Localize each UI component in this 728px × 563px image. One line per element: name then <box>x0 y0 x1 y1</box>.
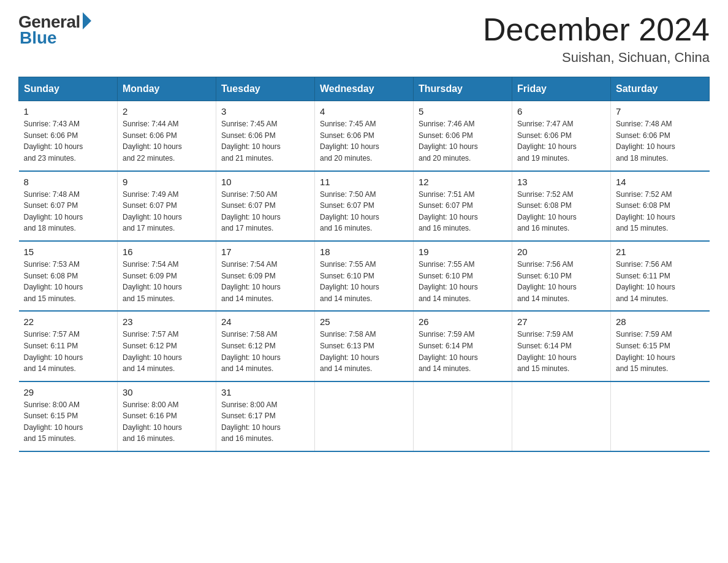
day-info: Sunrise: 8:00 AM Sunset: 6:15 PM Dayligh… <box>24 399 113 445</box>
calendar-cell: 5 Sunrise: 7:46 AM Sunset: 6:06 PM Dayli… <box>414 101 512 171</box>
col-sunday: Sunday <box>19 77 118 101</box>
day-info: Sunrise: 7:56 AM Sunset: 6:11 PM Dayligh… <box>616 259 705 304</box>
calendar-cell: 8 Sunrise: 7:48 AM Sunset: 6:07 PM Dayli… <box>19 171 118 241</box>
calendar-cell: 1 Sunrise: 7:43 AM Sunset: 6:06 PM Dayli… <box>19 101 118 171</box>
day-number: 6 <box>517 106 605 117</box>
day-info: Sunrise: 7:59 AM Sunset: 6:15 PM Dayligh… <box>616 329 705 374</box>
calendar-cell: 25 Sunrise: 7:58 AM Sunset: 6:13 PM Dayl… <box>315 311 414 381</box>
col-monday: Monday <box>118 77 216 101</box>
calendar-cell <box>315 381 414 451</box>
day-info: Sunrise: 7:45 AM Sunset: 6:06 PM Dayligh… <box>221 118 309 164</box>
day-info: Sunrise: 7:54 AM Sunset: 6:09 PM Dayligh… <box>221 259 309 304</box>
calendar-cell: 15 Sunrise: 7:53 AM Sunset: 6:08 PM Dayl… <box>19 241 118 311</box>
day-number: 14 <box>616 177 705 187</box>
logo-blue-text: Blue <box>20 28 57 48</box>
day-number: 3 <box>221 106 309 117</box>
day-info: Sunrise: 7:53 AM Sunset: 6:08 PM Dayligh… <box>24 259 113 304</box>
calendar-cell: 16 Sunrise: 7:54 AM Sunset: 6:09 PM Dayl… <box>118 241 216 311</box>
calendar-cell: 12 Sunrise: 7:51 AM Sunset: 6:07 PM Dayl… <box>414 171 512 241</box>
calendar-cell: 9 Sunrise: 7:49 AM Sunset: 6:07 PM Dayli… <box>118 171 216 241</box>
month-title: December 2024 <box>483 12 710 47</box>
day-info: Sunrise: 7:50 AM Sunset: 6:07 PM Dayligh… <box>320 189 408 234</box>
day-info: Sunrise: 7:45 AM Sunset: 6:06 PM Dayligh… <box>320 118 408 164</box>
col-tuesday: Tuesday <box>216 77 315 101</box>
day-info: Sunrise: 7:56 AM Sunset: 6:10 PM Dayligh… <box>517 259 605 304</box>
day-info: Sunrise: 7:57 AM Sunset: 6:11 PM Dayligh… <box>24 329 113 374</box>
day-info: Sunrise: 7:43 AM Sunset: 6:06 PM Dayligh… <box>24 118 113 164</box>
day-info: Sunrise: 7:54 AM Sunset: 6:09 PM Dayligh… <box>123 259 211 304</box>
day-number: 18 <box>320 247 408 257</box>
calendar-cell: 13 Sunrise: 7:52 AM Sunset: 6:08 PM Dayl… <box>512 171 611 241</box>
day-info: Sunrise: 7:55 AM Sunset: 6:10 PM Dayligh… <box>320 259 408 304</box>
day-number: 15 <box>24 247 113 257</box>
col-wednesday: Wednesday <box>315 77 414 101</box>
day-info: Sunrise: 8:00 AM Sunset: 6:16 PM Dayligh… <box>123 399 211 445</box>
day-info: Sunrise: 7:50 AM Sunset: 6:07 PM Dayligh… <box>221 189 309 234</box>
calendar-week-row: 15 Sunrise: 7:53 AM Sunset: 6:08 PM Dayl… <box>19 241 710 311</box>
day-info: Sunrise: 7:49 AM Sunset: 6:07 PM Dayligh… <box>123 189 211 234</box>
day-info: Sunrise: 7:58 AM Sunset: 6:12 PM Dayligh… <box>221 329 309 374</box>
col-friday: Friday <box>512 77 611 101</box>
day-number: 29 <box>24 387 113 397</box>
calendar-cell: 11 Sunrise: 7:50 AM Sunset: 6:07 PM Dayl… <box>315 171 414 241</box>
calendar-cell: 14 Sunrise: 7:52 AM Sunset: 6:08 PM Dayl… <box>611 171 710 241</box>
calendar-week-row: 1 Sunrise: 7:43 AM Sunset: 6:06 PM Dayli… <box>19 101 710 171</box>
calendar-cell: 3 Sunrise: 7:45 AM Sunset: 6:06 PM Dayli… <box>216 101 315 171</box>
calendar-cell: 17 Sunrise: 7:54 AM Sunset: 6:09 PM Dayl… <box>216 241 315 311</box>
day-number: 26 <box>419 316 507 327</box>
calendar-cell: 24 Sunrise: 7:58 AM Sunset: 6:12 PM Dayl… <box>216 311 315 381</box>
day-info: Sunrise: 7:48 AM Sunset: 6:07 PM Dayligh… <box>24 189 113 234</box>
calendar-cell: 28 Sunrise: 7:59 AM Sunset: 6:15 PM Dayl… <box>611 311 710 381</box>
calendar-cell: 29 Sunrise: 8:00 AM Sunset: 6:15 PM Dayl… <box>19 381 118 451</box>
day-number: 11 <box>320 177 408 187</box>
day-number: 31 <box>221 387 309 397</box>
day-number: 9 <box>123 177 211 187</box>
calendar-cell: 20 Sunrise: 7:56 AM Sunset: 6:10 PM Dayl… <box>512 241 611 311</box>
day-number: 12 <box>419 177 507 187</box>
day-number: 10 <box>221 177 309 187</box>
location-subtitle: Suishan, Sichuan, China <box>483 50 710 66</box>
day-number: 5 <box>419 106 507 117</box>
day-info: Sunrise: 8:00 AM Sunset: 6:17 PM Dayligh… <box>221 399 309 445</box>
day-number: 21 <box>616 247 705 257</box>
calendar-cell: 7 Sunrise: 7:48 AM Sunset: 6:06 PM Dayli… <box>611 101 710 171</box>
calendar-cell: 2 Sunrise: 7:44 AM Sunset: 6:06 PM Dayli… <box>118 101 216 171</box>
calendar-cell <box>512 381 611 451</box>
day-number: 2 <box>123 106 211 117</box>
calendar-cell: 6 Sunrise: 7:47 AM Sunset: 6:06 PM Dayli… <box>512 101 611 171</box>
calendar-cell: 22 Sunrise: 7:57 AM Sunset: 6:11 PM Dayl… <box>19 311 118 381</box>
day-info: Sunrise: 7:44 AM Sunset: 6:06 PM Dayligh… <box>123 118 211 164</box>
day-info: Sunrise: 7:51 AM Sunset: 6:07 PM Dayligh… <box>419 189 507 234</box>
day-number: 28 <box>616 316 705 327</box>
calendar-cell: 21 Sunrise: 7:56 AM Sunset: 6:11 PM Dayl… <box>611 241 710 311</box>
calendar-cell <box>611 381 710 451</box>
day-number: 22 <box>24 316 113 327</box>
day-info: Sunrise: 7:55 AM Sunset: 6:10 PM Dayligh… <box>419 259 507 304</box>
day-number: 30 <box>123 387 211 397</box>
calendar-table: Sunday Monday Tuesday Wednesday Thursday… <box>18 77 710 452</box>
calendar-cell: 18 Sunrise: 7:55 AM Sunset: 6:10 PM Dayl… <box>315 241 414 311</box>
day-number: 27 <box>517 316 605 327</box>
day-info: Sunrise: 7:48 AM Sunset: 6:06 PM Dayligh… <box>616 118 705 164</box>
day-number: 13 <box>517 177 605 187</box>
calendar-cell: 4 Sunrise: 7:45 AM Sunset: 6:06 PM Dayli… <box>315 101 414 171</box>
day-number: 20 <box>517 247 605 257</box>
day-info: Sunrise: 7:47 AM Sunset: 6:06 PM Dayligh… <box>517 118 605 164</box>
day-info: Sunrise: 7:52 AM Sunset: 6:08 PM Dayligh… <box>517 189 605 234</box>
page-header: General Blue December 2024 Suishan, Sich… <box>18 12 710 66</box>
day-number: 19 <box>419 247 507 257</box>
calendar-header: Sunday Monday Tuesday Wednesday Thursday… <box>19 77 710 101</box>
day-info: Sunrise: 7:58 AM Sunset: 6:13 PM Dayligh… <box>320 329 408 374</box>
calendar-cell <box>414 381 512 451</box>
calendar-week-row: 22 Sunrise: 7:57 AM Sunset: 6:11 PM Dayl… <box>19 311 710 381</box>
day-info: Sunrise: 7:59 AM Sunset: 6:14 PM Dayligh… <box>517 329 605 374</box>
col-saturday: Saturday <box>611 77 710 101</box>
day-number: 7 <box>616 106 705 117</box>
day-number: 1 <box>24 106 113 117</box>
logo: General Blue <box>18 12 91 48</box>
calendar-cell: 10 Sunrise: 7:50 AM Sunset: 6:07 PM Dayl… <box>216 171 315 241</box>
calendar-cell: 19 Sunrise: 7:55 AM Sunset: 6:10 PM Dayl… <box>414 241 512 311</box>
title-block: December 2024 Suishan, Sichuan, China <box>483 12 710 66</box>
calendar-cell: 26 Sunrise: 7:59 AM Sunset: 6:14 PM Dayl… <box>414 311 512 381</box>
col-thursday: Thursday <box>414 77 512 101</box>
